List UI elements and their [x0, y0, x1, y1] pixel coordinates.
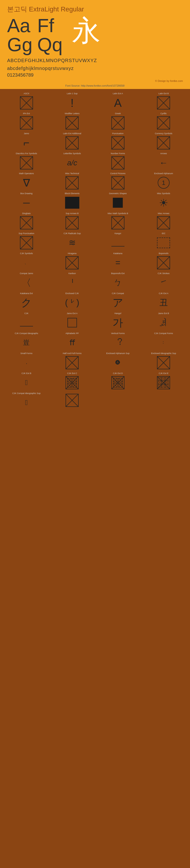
- cell-enclosed-ideographic-sup: Enclosed Ideographic Sup: [141, 351, 187, 371]
- symbol-math-operators: ∇: [23, 176, 30, 190]
- label-cjk-strokes: CJK Strokes: [158, 272, 169, 275]
- lowercase-row: abcdefghijklmnopqrstuvwxyz: [0, 64, 190, 72]
- glyph-ff-qq: FfQq: [37, 16, 63, 54]
- font-source: Font Source: http://www.fontke.com/font/…: [0, 84, 190, 89]
- symbol-jamo-ext-b: ힰ: [159, 315, 168, 330]
- symbol-half-full-forms: [66, 355, 79, 370]
- symbol-sup-punctuation: [20, 236, 33, 250]
- symbol-cjk-ext-c: [66, 375, 79, 390]
- symbol-latin-ext-b: [157, 96, 170, 110]
- cell-math-operators: Math Operators ∇: [4, 171, 49, 191]
- symbol-jamo-ext-a: [68, 315, 77, 330]
- label-idc: IDC: [162, 232, 165, 235]
- cell-punctuation: Punctuation: [95, 131, 141, 151]
- grid-row-10: Compat Jamo 〈 Kanbun ㆐ Bopomofo Ext ㄅ CJ…: [4, 271, 186, 291]
- label-math-operators: Math Operators: [19, 172, 34, 175]
- label-alphabetic-pf: Alphabetic PF: [66, 332, 79, 335]
- cell-block-elements: Block Elements: [49, 191, 95, 211]
- cell-letterlike: Letterlike Symbols a/c: [49, 151, 95, 171]
- symbol-katakana-ext: ク: [21, 296, 32, 310]
- symbol-bopomofo-ext: ㄅ: [114, 276, 122, 290]
- symbol-latin-ext-a: A: [114, 96, 122, 110]
- label-hangul: Hangul: [114, 312, 121, 315]
- cell-cjk-compat-ideographs: CJK Compat Ideographs 豈: [4, 331, 49, 351]
- cell-alphabetic-pf: Alphabetic PF ﬀ: [49, 331, 95, 351]
- symbol-small-forms: ،: [26, 355, 27, 370]
- symbol-cjk-strokes: ㇀: [159, 276, 168, 290]
- label-latin-ext-additional: Latin Ext Additional: [63, 132, 81, 135]
- grid-row-16: CJK Compat Ideographic Sup 𠀀: [4, 391, 186, 411]
- label-ipa-ext: IPA Ext: [23, 112, 30, 115]
- label-cjk-ext-d: CJK Ext D: [113, 372, 123, 374]
- header-glyphs: AaGg FfQq 永: [7, 16, 183, 54]
- cell-cjk-compat-ideographic-sup: CJK Compat Ideographic Sup 𠀀: [4, 391, 49, 411]
- cell-last-crossed: [49, 391, 95, 411]
- long-dash-glyph: [111, 246, 124, 247]
- label-currency-symbols: Currency Symbols: [155, 132, 173, 135]
- cell-cjk-compat: CJK Compat ア: [95, 291, 141, 311]
- filled-square-glyph: [113, 198, 123, 208]
- symbol-misc-technical: [66, 176, 79, 190]
- black-square-glyph: [65, 197, 79, 209]
- symbol-cjk-compat: ア: [113, 296, 123, 310]
- grid-row-8: Sup Punctuation CJK Radicals Sup ≋ Kangx…: [4, 231, 186, 251]
- cell-hiragana: Hiragana: [49, 251, 95, 271]
- symbol-box-drawing: —: [23, 195, 30, 210]
- cjk-glyph: 永: [67, 16, 101, 45]
- label-jamo: Jamo: [24, 132, 29, 135]
- label-jamo-ext-b: Jamo Ext B: [158, 312, 169, 315]
- cell-kangxi: Kangxi: [95, 231, 141, 251]
- cell-cjk: CJK: [4, 311, 49, 331]
- cell-katakana: Katakana =: [95, 251, 141, 271]
- label-sup-arrows-b: Sup Arrows B: [66, 212, 79, 215]
- label-latin1sup: Latin 1 Sup: [67, 92, 78, 95]
- header-section: 본고딕 ExtraLight Regular AaGg FfQq 永: [0, 0, 190, 57]
- label-kangxi: Kangxi: [114, 232, 121, 235]
- grid-row-11: Katakana Ext ク Enclosed CJK (㆑) CJK Comp…: [4, 291, 186, 311]
- label-cyrillic: Cyrillic: [160, 112, 167, 115]
- cell-misc-symbols: Misc Symbols ☀: [141, 191, 187, 211]
- cell-enclosed-alphanum: Enclosed Alphanum 1: [141, 171, 187, 191]
- label-ascii: ASCII: [24, 92, 29, 95]
- label-bopomofo: Bopomofo: [159, 252, 168, 255]
- cell-cjk-ext-e: CJK Ext E: [141, 371, 187, 391]
- grid-row-3: Jamo ⌐ Latin Ext Additional Punctuation …: [4, 131, 186, 151]
- symbol-arrows: ←: [159, 156, 168, 170]
- label-cjk-symbols: CJK Symbols: [20, 252, 33, 255]
- symbol-katakana: =: [115, 255, 120, 270]
- symbol-cjk: [20, 315, 33, 330]
- label-cjk-ext-b: CJK Ext B: [22, 372, 31, 374]
- label-modifier-letters: Modifier Letters: [65, 112, 80, 115]
- symbol-misc-symbols: ☀: [159, 195, 168, 210]
- glyph-grid: ASCII Latin 1 Sup ! Latin Ext A A Latin …: [0, 89, 190, 413]
- cell-jamo: Jamo ⌐: [4, 131, 49, 151]
- symbol-enclosed-alphanum: 1: [158, 176, 169, 190]
- symbol-jamo: ⌐: [23, 135, 30, 150]
- symbol-hangul: 가: [113, 315, 123, 330]
- cell-box-drawing: Box Drawing —: [4, 191, 49, 211]
- cell-bopomofo-ext: Bopomofo Ext ㄅ: [95, 271, 141, 291]
- grid-row-7: Dingbats Sup Arrows B Misc Math Symbols …: [4, 211, 186, 231]
- cjk-dash-glyph: [20, 326, 33, 327]
- label-enclosed-ideographic-sup: Enclosed Ideographic Sup: [151, 352, 176, 354]
- label-hiragana: Hiragana: [68, 252, 76, 255]
- cell-misc-technical: Misc Technical: [49, 171, 95, 191]
- symbol-kanbun: ㆐: [68, 276, 77, 290]
- cell-misc-arrows: Misc Arrows: [141, 211, 187, 231]
- cell-cjk-ext-d: CJK Ext D: [95, 371, 141, 391]
- symbol-cjk-radicals-sup: ≋: [69, 236, 76, 250]
- symbol-sup-arrows-b: [66, 216, 79, 230]
- sun-glyph: ☀: [159, 197, 168, 209]
- cell-jamo-ext-b: Jamo Ext B ힰ: [141, 311, 187, 331]
- arrow-glyph: ←: [159, 158, 168, 168]
- label-cjk-compat: CJK Compat: [112, 292, 124, 294]
- symbol-ipa-ext: [20, 116, 33, 130]
- cell-empty-1: [95, 391, 141, 411]
- symbol-cyrillic: [157, 116, 170, 130]
- label-geometric-shapes: Geometric Shapes: [109, 192, 127, 195]
- latin-glyphs-2: FfQq: [37, 16, 63, 54]
- credit-text: © Design by fontke.com: [0, 79, 190, 84]
- cell-number-forms: Number Forms: [95, 151, 141, 171]
- label-misc-symbols: Misc Symbols: [157, 192, 170, 195]
- label-sup-punctuation: Sup Punctuation: [18, 232, 34, 235]
